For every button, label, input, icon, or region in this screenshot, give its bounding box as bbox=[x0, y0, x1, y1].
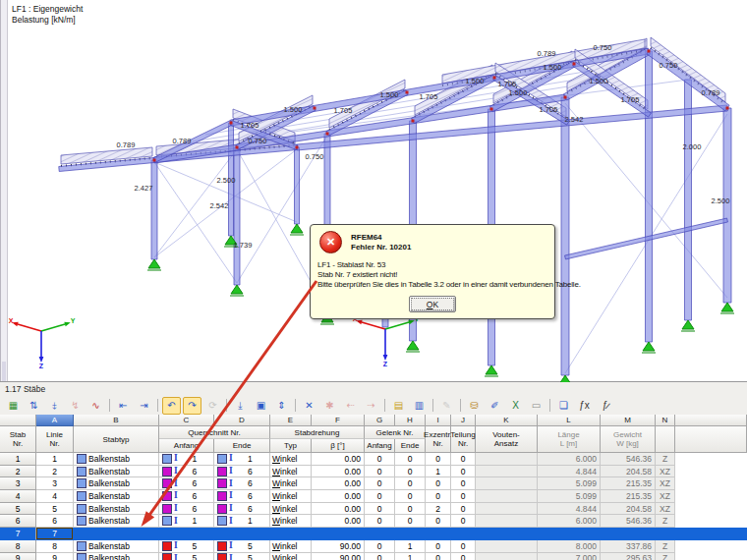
cell-linie[interactable]: 4 bbox=[36, 490, 74, 503]
row-number[interactable]: 2 bbox=[0, 466, 36, 478]
cell-beta[interactable]: 0.00 bbox=[312, 515, 365, 528]
cell-filler[interactable] bbox=[675, 503, 747, 516]
interpolate-icon[interactable]: ∿ bbox=[86, 397, 105, 415]
cell-gewicht[interactable] bbox=[601, 528, 656, 540]
cell-querschnitt-anfang[interactable]: I1 bbox=[159, 515, 214, 528]
cell-ga[interactable]: 0 bbox=[365, 553, 395, 560]
cell-linie[interactable]: 8 bbox=[36, 540, 74, 553]
table-down-icon[interactable]: ⤈ bbox=[45, 397, 64, 415]
cell-ebene[interactable]: XZ bbox=[656, 490, 675, 503]
cell-ga[interactable]: 0 bbox=[365, 540, 395, 553]
cell-ga[interactable] bbox=[365, 528, 395, 540]
shift-left-icon[interactable]: ⇠ bbox=[341, 397, 360, 415]
cell-ex[interactable]: 0 bbox=[426, 540, 451, 553]
cell-ga[interactable]: 0 bbox=[365, 453, 395, 466]
cell-laenge[interactable]: 4.844 bbox=[538, 503, 601, 516]
model-view[interactable]: LF1 : Eigengewicht Belastung [kN/m] 0.78… bbox=[0, 0, 747, 382]
cell-stabtyp[interactable]: Balkenstab bbox=[74, 515, 159, 528]
cell-linie[interactable]: 5 bbox=[36, 503, 74, 516]
cell-querschnitt-ende[interactable]: I6 bbox=[214, 490, 270, 503]
cell-querschnitt-ende[interactable]: I1 bbox=[214, 453, 270, 466]
cell-ga[interactable]: 0 bbox=[365, 515, 395, 528]
cell-linie[interactable]: 3 bbox=[36, 477, 74, 490]
structure-3d-canvas[interactable]: 0.7890.7890.7500.7501.7051.5001.7051.500… bbox=[0, 0, 747, 382]
table-row[interactable]: 66BalkenstabI1I1Winkel0.0000006.000546.3… bbox=[0, 515, 747, 528]
column-letter-C[interactable]: C bbox=[159, 415, 214, 426]
cell-ga[interactable]: 0 bbox=[365, 466, 395, 478]
table-row[interactable]: 88BalkenstabI5I5Winkel90.0001008.000337.… bbox=[0, 540, 747, 553]
cell-te[interactable]: 0 bbox=[451, 503, 476, 516]
cell-ex[interactable]: 0 bbox=[426, 515, 451, 528]
cell-drehung-typ[interactable]: Winkel bbox=[270, 540, 312, 553]
cell-laenge[interactable]: 6.000 bbox=[538, 453, 601, 466]
cell-stabtyp[interactable]: Balkenstab bbox=[74, 466, 159, 478]
cell-drehung-typ[interactable]: Winkel bbox=[270, 477, 312, 490]
clear-table-icon[interactable]: ✕ bbox=[300, 397, 318, 415]
cell-stabtyp[interactable]: Balkenstab bbox=[74, 553, 159, 560]
cell-filler[interactable] bbox=[675, 466, 747, 478]
cell-te[interactable] bbox=[451, 528, 476, 540]
row-number[interactable]: 8 bbox=[0, 540, 36, 553]
cell-linie[interactable]: 9 bbox=[36, 553, 74, 560]
table-row[interactable]: 77 bbox=[0, 528, 747, 540]
cell-beta[interactable]: 0.00 bbox=[312, 466, 365, 478]
cell-voute[interactable] bbox=[476, 540, 538, 553]
cell-beta[interactable]: 0.00 bbox=[312, 503, 365, 516]
delete-rows-icon[interactable]: ✱ bbox=[320, 397, 339, 415]
cell-querschnitt-ende[interactable]: I6 bbox=[214, 477, 270, 490]
table-row[interactable]: 33BalkenstabI6I6Winkel0.0000005.099215.3… bbox=[0, 477, 747, 490]
cell-drehung-typ[interactable]: Winkel bbox=[270, 553, 312, 560]
new-window-icon[interactable]: ❏ bbox=[554, 397, 573, 415]
cell-filler[interactable] bbox=[675, 553, 747, 560]
cell-voute[interactable] bbox=[476, 453, 538, 466]
table-row[interactable]: 44BalkenstabI6I6Winkel0.0000005.099215.3… bbox=[0, 490, 747, 503]
column-letter-A[interactable]: A bbox=[36, 415, 74, 426]
cell-ex[interactable] bbox=[426, 528, 451, 540]
cell-voute[interactable] bbox=[476, 466, 538, 478]
cell-querschnitt-anfang[interactable]: I5 bbox=[159, 540, 214, 553]
cell-laenge[interactable] bbox=[538, 528, 601, 540]
column-letter-F[interactable]: F bbox=[312, 415, 365, 426]
row-number[interactable]: 6 bbox=[0, 515, 36, 528]
cell-beta[interactable]: 90.00 bbox=[312, 553, 365, 560]
cell-ge[interactable]: 0 bbox=[395, 503, 426, 516]
cell-gewicht[interactable]: 215.35 bbox=[601, 490, 656, 503]
cell-linie[interactable]: 1 bbox=[36, 453, 74, 466]
cell-linie[interactable]: 6 bbox=[36, 515, 74, 528]
cell-ex[interactable]: 1 bbox=[426, 466, 451, 478]
export-column-icon[interactable]: ⇥ bbox=[135, 397, 153, 415]
members-table[interactable]: ABCDEFGHIJKLMN StabNr.LinieNr.StabtypQue… bbox=[0, 415, 747, 560]
row-number[interactable]: 4 bbox=[0, 490, 36, 503]
column-letter-N[interactable]: N bbox=[656, 415, 675, 426]
cell-te[interactable]: 0 bbox=[451, 553, 476, 560]
row-height-icon[interactable]: ⇕ bbox=[272, 397, 291, 415]
cell-drehung-typ[interactable] bbox=[270, 528, 312, 540]
cell-linie[interactable]: 2 bbox=[36, 466, 74, 478]
cell-linie[interactable]: 7 bbox=[36, 528, 74, 540]
cell-querschnitt-anfang[interactable]: I1 bbox=[159, 453, 214, 466]
cell-ge[interactable]: 1 bbox=[395, 540, 426, 553]
cell-ga[interactable]: 0 bbox=[365, 490, 395, 503]
import-column-icon[interactable]: ⇤ bbox=[114, 397, 133, 415]
cell-filler[interactable] bbox=[675, 477, 747, 490]
cell-drehung-typ[interactable]: Winkel bbox=[270, 503, 312, 516]
cell-stabtyp[interactable]: Balkenstab bbox=[74, 540, 159, 553]
cell-querschnitt-ende[interactable]: I5 bbox=[214, 540, 270, 553]
column-letter-I[interactable]: I bbox=[426, 415, 451, 426]
cell-ge[interactable]: 1 bbox=[395, 553, 426, 560]
row-number[interactable]: 3 bbox=[0, 477, 36, 490]
cell-ex[interactable]: 0 bbox=[426, 453, 451, 466]
cell-gewicht[interactable]: 204.58 bbox=[601, 503, 656, 516]
cell-beta[interactable]: 0.00 bbox=[312, 477, 365, 490]
cell-ebene[interactable]: Z bbox=[656, 540, 675, 553]
block-select-icon[interactable]: ▣ bbox=[252, 397, 270, 415]
redo-icon[interactable]: ↷ bbox=[183, 397, 201, 415]
cell-ebene[interactable]: XZ bbox=[656, 466, 675, 478]
row-number[interactable]: 1 bbox=[0, 453, 36, 466]
font-icon[interactable]: ✐ bbox=[486, 397, 504, 415]
table-updown-icon[interactable]: ⇅ bbox=[25, 397, 43, 415]
cell-querschnitt-anfang[interactable]: I6 bbox=[159, 466, 214, 478]
refresh-icon[interactable]: ⟳ bbox=[203, 397, 222, 415]
cell-querschnitt-anfang[interactable]: I6 bbox=[159, 503, 214, 516]
cell-laenge[interactable]: 7.000 bbox=[538, 553, 601, 560]
